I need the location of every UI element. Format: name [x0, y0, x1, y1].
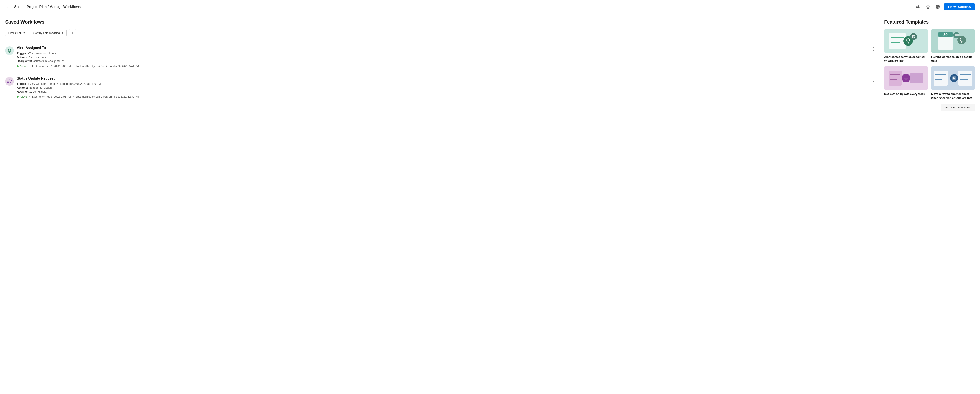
- page-title: Sheet - Project Plan / Manage Workflows: [14, 5, 81, 9]
- saved-workflows-title: Saved Workflows: [5, 19, 877, 25]
- status-text: Active: [20, 95, 27, 98]
- svg-point-21: [961, 42, 962, 43]
- svg-point-2: [937, 6, 939, 8]
- recipients-value: Contacts in 'Assigned To': [33, 59, 64, 62]
- header-right: + New Workflow: [914, 3, 975, 11]
- last-modified: Last modified by Lori Garcia on Mar 26, …: [76, 65, 139, 68]
- trigger-value: When rows are changed: [28, 52, 59, 55]
- filter-sort-bar: Filter by all ▼ Sort by date modified ▼ …: [5, 29, 877, 37]
- status-text: Active: [20, 65, 27, 68]
- workflow-menu-button[interactable]: ⋮: [870, 76, 877, 83]
- svg-point-8: [908, 43, 908, 44]
- workflow-list: Alert Assigned To Trigger: When rows are…: [5, 41, 877, 103]
- gear-icon-button[interactable]: [934, 3, 942, 11]
- workflow-actions: Actions: Request an update: [17, 86, 867, 89]
- trigger-value: Every week on Tuesday starting on 02/08/…: [28, 82, 101, 86]
- actions-value: Alert someone: [29, 56, 47, 59]
- back-button[interactable]: ←: [5, 4, 12, 10]
- megaphone-icon: [916, 5, 920, 9]
- bullet-2: •: [73, 95, 74, 98]
- new-workflow-button[interactable]: + New Workflow: [944, 3, 975, 10]
- see-more-templates-button[interactable]: See more templates: [941, 103, 975, 111]
- filter-dropdown[interactable]: Filter by all ▼: [5, 30, 29, 36]
- template-card-move[interactable]: Move a row to another sheet when specifi…: [931, 66, 975, 100]
- status-dot: [17, 96, 19, 98]
- workflow-refresh-icon: [5, 77, 14, 86]
- sort-arrow-icon: ▼: [61, 31, 64, 35]
- template-thumb-update: [884, 66, 928, 90]
- bullet-1: •: [29, 95, 30, 98]
- trigger-label: Trigger:: [17, 82, 27, 86]
- workflow-actions: Actions: Alert someone: [17, 56, 867, 59]
- recipients-value: Lori Garcia: [33, 90, 47, 93]
- workflow-bell-icon: [5, 46, 14, 55]
- actions-label: Actions:: [17, 86, 28, 89]
- workflow-details: Status Update Request Trigger: Every wee…: [17, 76, 867, 98]
- template-thumb-remind: 30: [931, 29, 975, 53]
- gear-icon: [936, 5, 940, 9]
- svg-rect-33: [934, 70, 948, 86]
- lightbulb-icon-button[interactable]: [924, 3, 932, 11]
- last-modified: Last modified by Lori Garcia on Feb 8, 2…: [76, 95, 139, 98]
- filter-label: Filter by all: [8, 31, 22, 35]
- workflow-trigger: Trigger: Every week on Tuesday starting …: [17, 82, 867, 86]
- workflow-recipients: Recipients: Contacts in 'Assigned To': [17, 59, 867, 62]
- template-label-update: Request an update every week: [884, 92, 928, 96]
- status-dot: [17, 65, 19, 67]
- app-header: ← Sheet - Project Plan / Manage Workflow…: [0, 0, 980, 14]
- main-content: Saved Workflows Filter by all ▼ Sort by …: [0, 14, 980, 117]
- template-card-alert[interactable]: Alert someone when specified criteria ar…: [884, 29, 928, 63]
- sort-label: Sort by date modified: [33, 31, 60, 35]
- saved-workflows-panel: Saved Workflows Filter by all ▼ Sort by …: [5, 19, 877, 111]
- workflow-status-bar: Active • Last ran on Feb 8, 2022, 1:01 P…: [17, 95, 867, 98]
- template-card-update[interactable]: Request an update every week: [884, 66, 928, 100]
- template-label-alert: Alert someone when specified criteria ar…: [884, 55, 928, 63]
- svg-rect-23: [889, 70, 902, 86]
- last-ran: Last ran on Feb 1, 2022, 5:00 PM: [32, 65, 71, 68]
- megaphone-icon-button[interactable]: [914, 3, 922, 11]
- template-label-move: Move a row to another sheet when specifi…: [931, 92, 975, 100]
- workflow-item: Alert Assigned To Trigger: When rows are…: [5, 41, 877, 72]
- workflow-status-bar: Active • Last ran on Feb 1, 2022, 5:00 P…: [17, 65, 867, 68]
- templates-grid: Alert someone when specified criteria ar…: [884, 29, 975, 100]
- featured-templates-title: Featured Templates: [884, 19, 975, 25]
- recipients-label: Recipients:: [17, 90, 32, 93]
- template-card-remind[interactable]: 30 Remind someone on a specific date: [931, 29, 975, 63]
- actions-label: Actions:: [17, 56, 28, 59]
- actions-value: Request an update: [29, 86, 52, 89]
- template-thumb-alert: [884, 29, 928, 53]
- header-left: ← Sheet - Project Plan / Manage Workflow…: [5, 4, 81, 10]
- last-ran: Last ran on Feb 8, 2022, 1:01 PM: [32, 95, 71, 98]
- template-label-remind: Remind someone on a specific date: [931, 55, 975, 63]
- workflow-recipients: Recipients: Lori Garcia: [17, 90, 867, 93]
- sort-dropdown[interactable]: Sort by date modified ▼: [31, 30, 67, 36]
- workflow-menu-button[interactable]: ⋮: [870, 46, 877, 52]
- workflow-trigger: Trigger: When rows are changed: [17, 52, 867, 55]
- featured-templates-panel: Featured Templates: [884, 19, 975, 111]
- sort-direction-button[interactable]: ↑: [69, 29, 76, 37]
- trigger-label: Trigger:: [17, 52, 27, 55]
- workflow-name: Alert Assigned To: [17, 46, 867, 50]
- workflow-name: Status Update Request: [17, 76, 867, 81]
- filter-arrow-icon: ▼: [23, 31, 25, 35]
- svg-rect-39: [958, 70, 972, 86]
- workflow-item: Status Update Request Trigger: Every wee…: [5, 72, 877, 103]
- bullet-2: •: [73, 65, 74, 68]
- lightbulb-icon: [926, 5, 930, 9]
- bullet-1: •: [29, 65, 30, 68]
- recipients-label: Recipients:: [17, 59, 32, 62]
- svg-text:30: 30: [943, 33, 948, 37]
- template-thumb-move: [931, 66, 975, 90]
- workflow-details: Alert Assigned To Trigger: When rows are…: [17, 46, 867, 68]
